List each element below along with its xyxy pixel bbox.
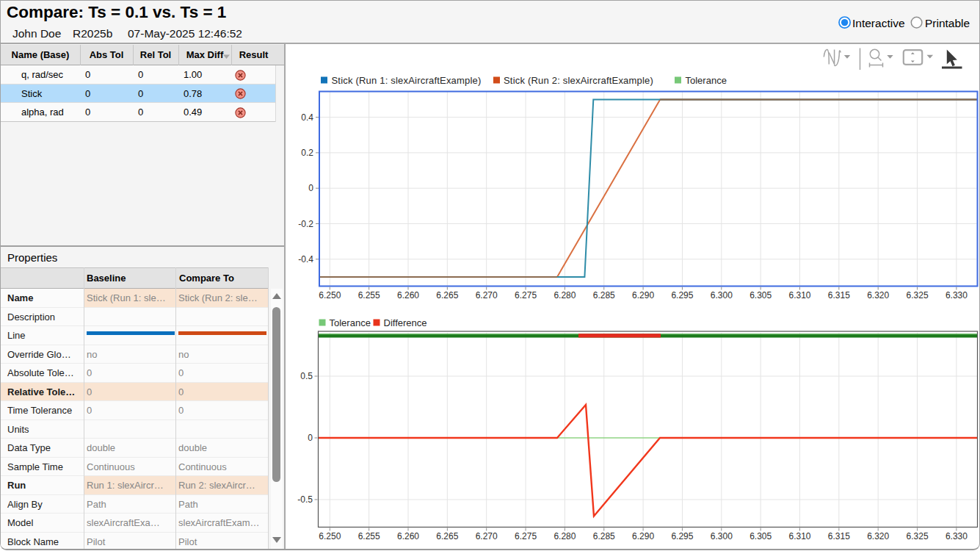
svg-text:6.295: 6.295 (671, 290, 693, 300)
svg-text:6.280: 6.280 (553, 290, 576, 300)
svg-text:6.260: 6.260 (397, 290, 419, 300)
svg-text:6.285: 6.285 (593, 290, 615, 300)
svg-text:6.330: 6.330 (945, 531, 968, 541)
svg-text:Stick (Run 2: slexAircraftExam: Stick (Run 2: slexAircraftExample) (504, 75, 653, 86)
svg-text:6.305: 6.305 (749, 290, 772, 300)
svg-text:6.320: 6.320 (867, 290, 889, 300)
svg-text:0.5: 0.5 (300, 371, 313, 381)
svg-text:Difference: Difference (384, 317, 427, 328)
svg-text:6.290: 6.290 (632, 290, 654, 300)
svg-text:6.255: 6.255 (358, 531, 380, 541)
svg-text:6.325: 6.325 (907, 531, 929, 541)
svg-text:-0.2: -0.2 (298, 219, 313, 229)
svg-text:-0.5: -0.5 (297, 494, 313, 505)
svg-text:6.290: 6.290 (632, 531, 654, 541)
svg-text:0: 0 (308, 183, 313, 193)
svg-text:6.320: 6.320 (867, 531, 889, 541)
svg-text:Tolerance: Tolerance (686, 75, 727, 86)
svg-text:6.285: 6.285 (593, 531, 615, 541)
svg-text:6.310: 6.310 (788, 531, 810, 541)
svg-text:0: 0 (308, 433, 313, 443)
svg-text:6.265: 6.265 (436, 290, 458, 300)
svg-text:6.325: 6.325 (907, 290, 929, 300)
svg-text:6.315: 6.315 (828, 531, 850, 541)
svg-text:6.275: 6.275 (515, 290, 537, 300)
svg-text:6.270: 6.270 (476, 531, 498, 541)
svg-text:6.275: 6.275 (515, 531, 537, 541)
svg-text:0.4: 0.4 (301, 112, 313, 123)
svg-text:6.270: 6.270 (476, 290, 498, 300)
svg-text:-0.4: -0.4 (298, 254, 313, 264)
svg-text:6.300: 6.300 (711, 531, 733, 541)
svg-text:6.295: 6.295 (671, 531, 693, 541)
svg-text:6.265: 6.265 (436, 531, 458, 541)
svg-text:6.305: 6.305 (749, 531, 772, 541)
svg-text:6.300: 6.300 (711, 290, 733, 300)
svg-text:0.2: 0.2 (301, 148, 313, 158)
svg-text:6.250: 6.250 (319, 290, 341, 300)
svg-text:Tolerance: Tolerance (330, 317, 371, 328)
svg-text:6.315: 6.315 (828, 290, 850, 300)
svg-text:6.260: 6.260 (397, 531, 419, 541)
svg-text:Stick (Run 1: slexAircraftExam: Stick (Run 1: slexAircraftExample) (332, 75, 482, 86)
svg-text:6.330: 6.330 (945, 290, 968, 300)
svg-text:6.310: 6.310 (788, 290, 810, 300)
svg-text:6.250: 6.250 (319, 531, 341, 541)
svg-text:6.280: 6.280 (553, 531, 576, 541)
svg-text:6.255: 6.255 (358, 290, 380, 300)
